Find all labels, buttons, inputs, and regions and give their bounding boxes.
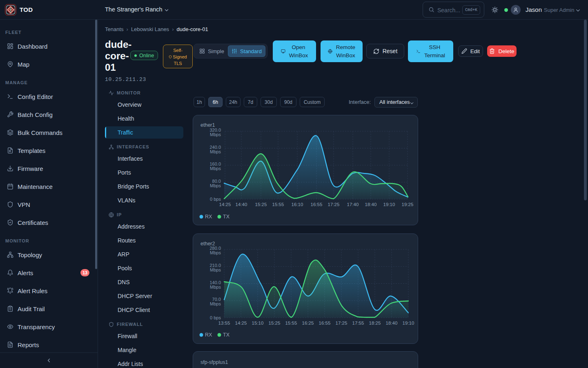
svg-text:18:40: 18:40 — [386, 321, 398, 325]
svg-text:0 bps: 0 bps — [210, 197, 221, 202]
svg-text:Mbps: Mbps — [210, 166, 221, 171]
svg-text:14:40: 14:40 — [236, 202, 247, 207]
svg-text:RX: RX — [205, 332, 212, 338]
svg-text:17:25: 17:25 — [328, 202, 340, 207]
svg-text:Mbps: Mbps — [210, 267, 221, 272]
svg-text:14:25: 14:25 — [235, 321, 247, 325]
svg-text:17:40: 17:40 — [347, 202, 359, 207]
svg-text:15:25: 15:25 — [269, 321, 281, 325]
svg-text:RX: RX — [205, 214, 212, 220]
svg-text:16:10: 16:10 — [292, 202, 303, 207]
svg-text:17:55: 17:55 — [352, 321, 364, 325]
svg-text:19:10: 19:10 — [403, 321, 414, 325]
svg-text:13:55: 13:55 — [218, 321, 230, 325]
svg-text:18:25: 18:25 — [369, 321, 381, 325]
svg-text:TX: TX — [223, 332, 230, 338]
svg-text:0 bps: 0 bps — [210, 315, 221, 320]
svg-text:17:25: 17:25 — [336, 321, 347, 325]
svg-text:15:55: 15:55 — [272, 202, 284, 207]
svg-text:15:55: 15:55 — [285, 321, 297, 325]
svg-text:Mbps: Mbps — [210, 132, 221, 137]
svg-text:16:25: 16:25 — [302, 321, 314, 325]
svg-text:14:25: 14:25 — [219, 202, 231, 207]
svg-text:15:10: 15:10 — [252, 321, 264, 325]
svg-text:Mbps: Mbps — [210, 183, 221, 188]
svg-text:Mbps: Mbps — [210, 250, 221, 255]
svg-text:TX: TX — [223, 214, 230, 220]
svg-text:15:25: 15:25 — [255, 202, 267, 207]
svg-text:16:55: 16:55 — [319, 321, 331, 325]
svg-text:Mbps: Mbps — [210, 149, 221, 154]
svg-text:16:55: 16:55 — [311, 202, 323, 207]
svg-text:Mbps: Mbps — [210, 301, 221, 306]
svg-text:19:25: 19:25 — [402, 202, 414, 207]
svg-text:Mbps: Mbps — [210, 285, 221, 289]
svg-text:19:10: 19:10 — [383, 202, 395, 207]
svg-text:18:40: 18:40 — [365, 202, 377, 207]
